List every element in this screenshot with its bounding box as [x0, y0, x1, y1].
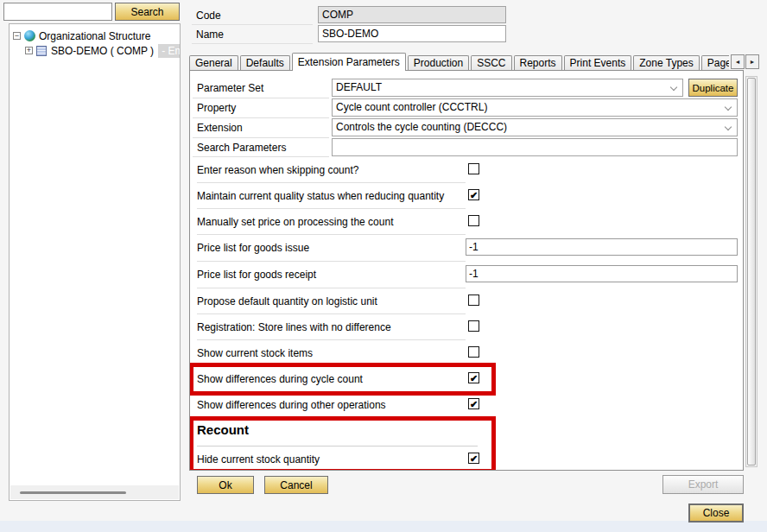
scrollbar-thumb[interactable]	[747, 78, 756, 466]
check-icon: ✔	[470, 399, 478, 409]
tab-print-events[interactable]: Print Events	[564, 55, 632, 71]
tree-node-organizational-structure[interactable]: − Organizational Structure	[10, 28, 180, 43]
search-parameters-input[interactable]	[332, 138, 738, 156]
check-icon: ✔	[470, 190, 478, 200]
param-row: Show differences during cycle count✔	[190, 366, 736, 392]
param-row: Show current stock items	[190, 340, 736, 366]
tree-node-label: Organizational Structure	[39, 30, 150, 42]
row-label: Show differences during cycle count	[197, 373, 363, 385]
check-icon: ✔	[470, 373, 478, 383]
param-row: Price list for goods receipt	[190, 262, 736, 288]
param-row: Show differences during other operations…	[190, 392, 736, 418]
checkbox-unchecked[interactable]	[468, 163, 479, 174]
tab-defaults[interactable]: Defaults	[240, 55, 290, 71]
checkbox-unchecked[interactable]	[468, 346, 479, 358]
param-row: Propose default quantity on logistic uni…	[190, 288, 736, 314]
parameter-set-row: Parameter Set DEFAULT Duplicate	[190, 79, 743, 98]
row-label: Price list for goods issue	[197, 242, 309, 254]
tab-page-sizes[interactable]: Page Sizes	[701, 55, 729, 71]
tree-node-label: SBO-DEMO ( COMP )	[51, 45, 154, 57]
checkbox-unchecked[interactable]	[468, 294, 479, 306]
row-label: Registration: Store lines with no differ…	[197, 321, 391, 333]
tab-sscc[interactable]: SSCC	[471, 55, 511, 71]
checkbox-checked[interactable]: ✔	[468, 189, 479, 200]
checkbox-checked[interactable]: ✔	[468, 372, 479, 383]
tree-node-sbo-demo[interactable]: + SBO-DEMO ( COMP ) - Empt	[10, 43, 180, 58]
checkbox-checked[interactable]: ✔	[468, 398, 479, 409]
row-label: Hide current stock quantity	[197, 453, 320, 466]
tab-zone-types[interactable]: Zone Types	[633, 55, 699, 71]
section-header-row: Recount	[190, 418, 736, 446]
export-button[interactable]: Export	[662, 475, 744, 494]
code-field: COMP	[318, 6, 506, 23]
param-row: Maintain current quality status when red…	[190, 183, 736, 209]
extension-dropdown[interactable]: Controls the cycle counting (DECCC)	[332, 118, 738, 136]
tree-horizontal-scrollbar[interactable]	[10, 485, 179, 499]
tab-scroll-left-icon[interactable]: ◄	[731, 54, 745, 69]
param-row: Hide current stock quantity✔	[190, 446, 736, 471]
tree-node-suffix: - Empt	[158, 44, 181, 58]
checkbox-unchecked[interactable]	[468, 320, 479, 332]
row-label: Maintain current quality status when red…	[197, 190, 444, 202]
property-dropdown[interactable]: Cycle count controller (CCCTRL)	[332, 98, 738, 117]
row-text-input[interactable]	[466, 265, 738, 282]
duplicate-button[interactable]: Duplicate	[688, 79, 738, 97]
company-icon	[36, 46, 47, 56]
extension-row: Extension Controls the cycle counting (D…	[190, 118, 743, 138]
ok-button[interactable]: Ok	[197, 476, 254, 494]
close-button[interactable]: Close	[688, 504, 744, 522]
property-row: Property Cycle count controller (CCCTRL)	[190, 98, 743, 118]
row-label: Show differences during other operations	[197, 399, 386, 411]
row-label: Manually set price on processing the cou…	[197, 216, 393, 228]
search-input[interactable]	[3, 3, 112, 21]
row-label: Propose default quantity on logistic uni…	[197, 295, 377, 307]
name-label: Name	[196, 28, 224, 41]
row-text-input[interactable]	[466, 238, 738, 256]
tab-extension-parameters[interactable]: Extension Parameters	[292, 53, 406, 71]
param-rows: Enter reason when skipping count?Maintai…	[190, 157, 736, 471]
tab-reports[interactable]: Reports	[514, 55, 562, 71]
tab-scroll-right-icon[interactable]: ►	[745, 54, 759, 69]
divider	[192, 43, 313, 44]
code-label: Code	[196, 10, 221, 22]
chevron-down-icon	[725, 104, 732, 111]
param-row: Enter reason when skipping count?	[190, 157, 736, 183]
tab-strip: GeneralDefaultsExtension ParametersProdu…	[189, 53, 729, 71]
name-field[interactable]	[318, 25, 506, 42]
tab-production[interactable]: Production	[408, 55, 469, 71]
globe-icon	[24, 30, 35, 41]
org-tree-panel: − Organizational Structure + SBO-DEMO ( …	[9, 23, 181, 501]
parameter-set-dropdown[interactable]: DEFAULT	[332, 79, 683, 97]
chevron-down-icon	[725, 124, 732, 130]
row-label: Show current stock items	[197, 347, 313, 359]
cancel-button[interactable]: Cancel	[264, 476, 328, 494]
extension-label: Extension	[197, 122, 243, 134]
parameter-set-label: Parameter Set	[197, 82, 263, 94]
panel-vertical-scrollbar[interactable]	[745, 76, 757, 467]
row-label: Enter reason when skipping count?	[197, 164, 358, 176]
param-row: Price list for goods issue	[190, 235, 736, 262]
check-icon: ✔	[470, 453, 478, 464]
collapse-icon[interactable]: −	[13, 32, 21, 40]
scrollbar-thumb[interactable]	[20, 491, 126, 494]
extension-parameters-panel: Parameter Set DEFAULT Duplicate Property…	[189, 70, 744, 471]
property-label: Property	[197, 102, 236, 114]
status-strip	[0, 521, 767, 532]
chevron-down-icon	[670, 84, 677, 91]
tab-scroll-buttons: ◄ ►	[730, 54, 759, 69]
search-parameters-label: Search Parameters	[197, 142, 286, 154]
row-label: Price list for goods receipt	[197, 269, 316, 281]
tab-general[interactable]: General	[189, 55, 238, 71]
param-row: Manually set price on processing the cou…	[190, 209, 736, 235]
checkbox-unchecked[interactable]	[468, 215, 479, 226]
section-title: Recount	[197, 422, 249, 437]
search-button[interactable]: Search	[115, 3, 180, 21]
param-row: Registration: Store lines with no differ…	[190, 314, 736, 340]
divider	[192, 24, 313, 25]
expand-icon[interactable]: +	[25, 47, 33, 54]
checkbox-checked[interactable]: ✔	[468, 453, 479, 464]
search-parameters-row: Search Parameters	[190, 138, 743, 157]
